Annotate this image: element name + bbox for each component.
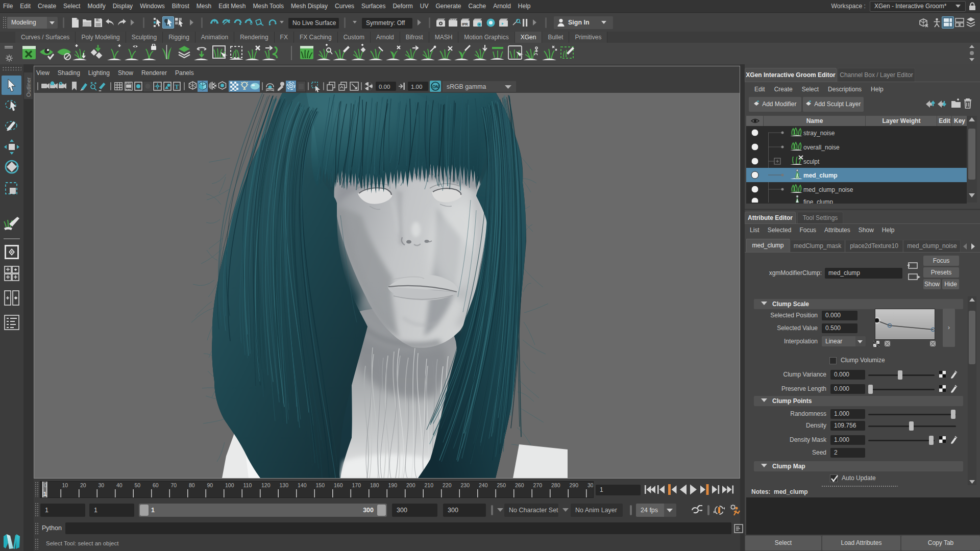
- svg-text:170: 170: [352, 482, 361, 488]
- svg-text:250: 250: [497, 482, 506, 488]
- svg-text:150: 150: [316, 482, 325, 488]
- svg-text:70: 70: [171, 482, 177, 488]
- svg-text:10: 10: [62, 482, 68, 488]
- svg-text:280: 280: [551, 482, 560, 488]
- svg-text:IPR: IPR: [462, 22, 468, 26]
- svg-text:130: 130: [280, 482, 289, 488]
- svg-text:260: 260: [515, 482, 524, 488]
- svg-text:50: 50: [135, 482, 141, 488]
- svg-text:1.00: 1.00: [411, 84, 422, 90]
- svg-text:120: 120: [261, 482, 271, 488]
- svg-text:100: 100: [225, 482, 234, 488]
- svg-text:ON: ON: [432, 84, 439, 89]
- svg-text:140: 140: [298, 482, 307, 488]
- svg-text:60: 60: [153, 482, 159, 488]
- svg-text:80: 80: [189, 482, 195, 488]
- svg-text:300: 300: [587, 482, 593, 488]
- svg-text:270: 270: [533, 482, 543, 488]
- svg-text:220: 220: [443, 482, 452, 488]
- svg-text:110: 110: [243, 482, 252, 488]
- svg-text:40: 40: [116, 482, 122, 488]
- svg-text:0.00: 0.00: [379, 84, 390, 90]
- svg-text:160: 160: [334, 482, 343, 488]
- svg-text:180: 180: [370, 482, 379, 488]
- svg-text:20: 20: [80, 482, 86, 488]
- svg-text:240: 240: [479, 482, 488, 488]
- svg-text:230: 230: [461, 482, 470, 488]
- svg-text:T: T: [175, 83, 179, 90]
- svg-text:1: 1: [43, 491, 46, 497]
- svg-text:90: 90: [207, 482, 213, 488]
- svg-text:290: 290: [570, 482, 579, 488]
- svg-text:sRGB gamma: sRGB gamma: [447, 83, 486, 90]
- svg-text:200: 200: [406, 482, 415, 488]
- svg-text:30: 30: [99, 482, 105, 488]
- svg-text:210: 210: [425, 482, 434, 488]
- svg-text:190: 190: [388, 482, 398, 488]
